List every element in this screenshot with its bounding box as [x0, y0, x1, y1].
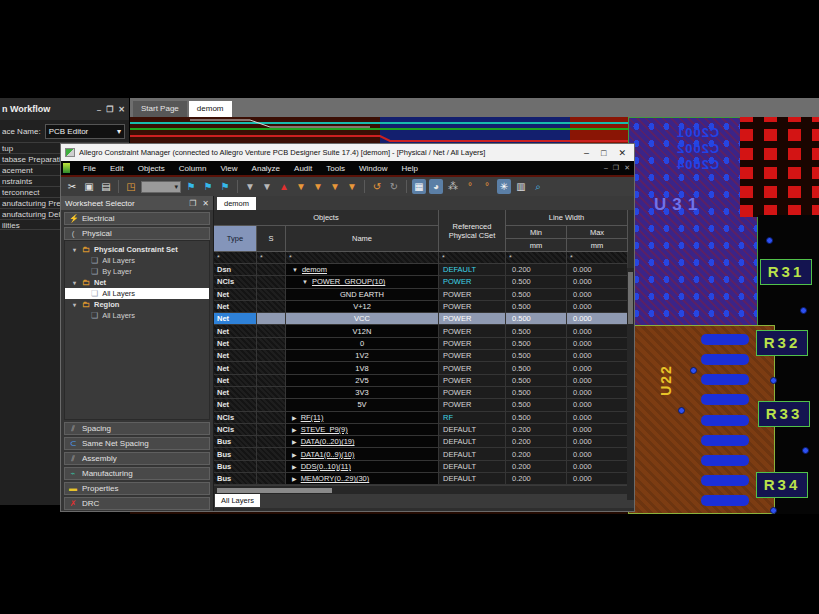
cell-referenced-cset[interactable]: POWER: [439, 325, 506, 337]
cell-type[interactable]: Net: [214, 399, 257, 411]
cell-min[interactable]: 0.500: [506, 399, 567, 411]
menu-objects[interactable]: Objects: [131, 164, 172, 173]
cell-s[interactable]: [257, 313, 286, 325]
chevron-down-icon[interactable]: ▾: [71, 246, 78, 253]
cm-titlebar[interactable]: Allegro Constraint Manager (connected to…: [61, 144, 634, 161]
cell-min[interactable]: 0.200: [506, 424, 567, 436]
cell-referenced-cset[interactable]: POWER: [439, 399, 506, 411]
cell-name[interactable]: GND EARTH: [286, 289, 439, 301]
cell-s[interactable]: [257, 289, 286, 301]
cell-referenced-cset[interactable]: DEFAULT: [439, 264, 506, 276]
cell-referenced-cset[interactable]: DEFAULT: [439, 448, 506, 460]
cell-min[interactable]: 0.500: [506, 276, 567, 288]
filter-orange-3-icon[interactable]: ▼: [328, 179, 342, 194]
cell-min[interactable]: 0.200: [506, 264, 567, 276]
chevron-down-icon[interactable]: ▾: [71, 301, 78, 308]
cell-min[interactable]: 0.500: [506, 412, 567, 424]
tree-item-all-layers[interactable]: ❏All Layers: [65, 255, 209, 266]
cell-type[interactable]: Bus: [214, 461, 257, 473]
cell-max[interactable]: 0.000: [567, 387, 628, 399]
cell-referenced-cset[interactable]: RF: [439, 412, 506, 424]
cell-referenced-cset[interactable]: POWER: [439, 338, 506, 350]
section-manufacturing[interactable]: ⌁Manufacturing: [64, 467, 210, 480]
cell-min[interactable]: 0.500: [506, 289, 567, 301]
cell-min[interactable]: 0.200: [506, 436, 567, 448]
cell-referenced-cset[interactable]: POWER: [439, 276, 506, 288]
column-header-s[interactable]: S: [257, 226, 286, 252]
copy-icon[interactable]: ▣: [82, 179, 96, 194]
cell-max[interactable]: 0.000: [567, 350, 628, 362]
cell-max[interactable]: 0.000: [567, 276, 628, 288]
cell-type[interactable]: Dsn: [214, 264, 257, 276]
tab-demom[interactable]: demom: [189, 101, 232, 117]
net-group-icon[interactable]: ⁂: [446, 179, 460, 194]
filter-clear-icon[interactable]: ▼: [243, 179, 257, 194]
cell-type[interactable]: Net: [214, 362, 257, 374]
horizontal-scrollbar[interactable]: [214, 485, 628, 494]
cell-min[interactable]: 0.200: [506, 473, 567, 485]
filter-error-icon[interactable]: ▲: [277, 179, 291, 194]
cell-name[interactable]: ▶DATA1(0..9)(10): [286, 448, 439, 460]
cell-type[interactable]: NCls: [214, 276, 257, 288]
filter-gray-icon[interactable]: ▼: [260, 179, 274, 194]
cell-name[interactable]: ▶MEMORY(0..29)(30): [286, 473, 439, 485]
cell-type[interactable]: Net: [214, 325, 257, 337]
cell-s[interactable]: [257, 301, 286, 313]
mdi-control-1[interactable]: ❐: [613, 164, 619, 172]
cell-s[interactable]: [257, 461, 286, 473]
cell-s[interactable]: [257, 436, 286, 448]
workflow-minimize-icon[interactable]: –: [97, 105, 101, 114]
filter-type[interactable]: *: [214, 252, 257, 264]
cell-s[interactable]: [257, 338, 286, 350]
cell-type[interactable]: Net: [214, 313, 257, 325]
section-physical[interactable]: (Physical: [64, 227, 210, 240]
cell-type[interactable]: Net: [214, 375, 257, 387]
menu-help[interactable]: Help: [394, 164, 424, 173]
cell-s[interactable]: [257, 473, 286, 485]
cell-name[interactable]: 3V3: [286, 387, 439, 399]
ws-float-icon[interactable]: ❐: [189, 199, 196, 208]
menu-view[interactable]: View: [213, 164, 244, 173]
redo-icon[interactable]: ↻: [387, 179, 401, 194]
section-drc[interactable]: ✗DRC: [64, 497, 210, 510]
workflow-float-icon[interactable]: ❐: [106, 105, 113, 114]
search-icon[interactable]: ⌕: [531, 179, 545, 194]
vscroll-thumb[interactable]: [628, 272, 633, 324]
filter-s[interactable]: *: [257, 252, 286, 264]
cell-s[interactable]: [257, 325, 286, 337]
cell-referenced-cset[interactable]: DEFAULT: [439, 424, 506, 436]
cm-maximize-button[interactable]: □: [601, 148, 606, 158]
section-properties[interactable]: ▬Properties: [64, 482, 210, 495]
cell-referenced-cset[interactable]: POWER: [439, 350, 506, 362]
pick-mode-icon[interactable]: ◳: [124, 179, 138, 194]
menu-column[interactable]: Column: [172, 164, 214, 173]
column-header-cset[interactable]: Referenced Physical CSet: [439, 210, 506, 252]
cell-max[interactable]: 0.000: [567, 424, 628, 436]
cell-referenced-cset[interactable]: POWER: [439, 362, 506, 374]
section-same-net-spacing[interactable]: ⊂Same Net Spacing: [64, 437, 210, 450]
cell-name[interactable]: ▶DDS(0..10)(11): [286, 461, 439, 473]
mdi-control-2[interactable]: ✕: [624, 164, 630, 172]
cell-max[interactable]: 0.000: [567, 436, 628, 448]
bookmark-next-icon[interactable]: ⚑: [201, 179, 215, 194]
cell-type[interactable]: Net: [214, 289, 257, 301]
cell-max[interactable]: 0.000: [567, 338, 628, 350]
cell-s[interactable]: [257, 448, 286, 460]
cell-s[interactable]: [257, 375, 286, 387]
cell-referenced-cset[interactable]: DEFAULT: [439, 461, 506, 473]
tree-item-by-layer[interactable]: ❏By Layer: [65, 266, 209, 277]
cell-min[interactable]: 0.500: [506, 338, 567, 350]
cell-s[interactable]: [257, 276, 286, 288]
cell-min[interactable]: 0.200: [506, 461, 567, 473]
cell-min[interactable]: 0.500: [506, 313, 567, 325]
section-spacing[interactable]: ⫽Spacing: [64, 422, 210, 435]
column-header-type[interactable]: Type: [214, 226, 257, 252]
cm-close-button[interactable]: ✕: [618, 148, 626, 158]
sheet-tab-demom[interactable]: demom: [217, 197, 256, 210]
menu-analyze[interactable]: Analyze: [245, 164, 287, 173]
color-view-icon[interactable]: ◕: [429, 179, 443, 194]
report-icon[interactable]: ▥: [514, 179, 528, 194]
cell-max[interactable]: 0.000: [567, 264, 628, 276]
cell-type[interactable]: Bus: [214, 448, 257, 460]
expand-right-icon[interactable]: ▶: [292, 426, 297, 433]
